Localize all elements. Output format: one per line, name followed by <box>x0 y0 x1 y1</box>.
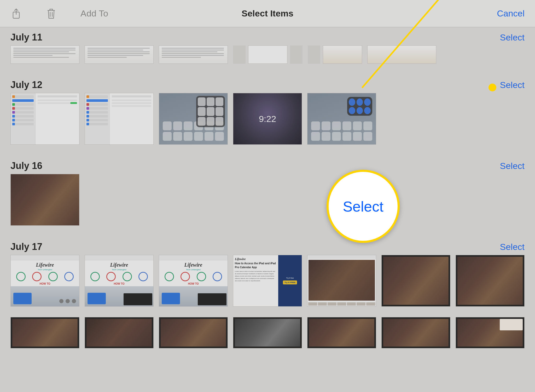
photo-thumbnail[interactable]: Lifewire How to Access the iPad and iPad… <box>233 255 302 307</box>
photo-thumbnail[interactable] <box>10 93 79 145</box>
annotation-dot <box>489 84 496 91</box>
photo-thumbnail[interactable] <box>233 45 303 64</box>
section-select-button[interactable]: Select <box>500 161 525 171</box>
lifewire-tagline: Tech Untangled <box>11 268 79 271</box>
section-date: July 11 <box>10 32 42 43</box>
section-header: July 17 Select <box>10 228 525 255</box>
photo-thumbnail[interactable] <box>10 45 79 64</box>
annotation-label: Select <box>343 198 383 215</box>
photo-thumbnail[interactable] <box>381 317 450 348</box>
content: July 11 Select July 12 Select <box>0 27 535 348</box>
photo-thumbnail[interactable] <box>307 93 376 145</box>
cancel-button[interactable]: Cancel <box>497 8 525 19</box>
toolbar: Add To Select Items Cancel <box>0 0 535 27</box>
lifewire-logo: Lifewire <box>11 260 79 270</box>
annotation-callout: Select <box>327 170 400 243</box>
thumb-row <box>10 174 525 226</box>
photo-thumbnail[interactable]: 9:22 <box>233 93 302 145</box>
thumb-row: 9:22 <box>10 93 525 145</box>
photo-thumbnail[interactable]: Lifewire Tech Untangled HOW TO <box>10 255 79 307</box>
section-date: July 12 <box>10 79 42 90</box>
section-select-button[interactable]: Select <box>500 80 525 90</box>
photo-thumbnail[interactable] <box>367 45 436 64</box>
photo-thumbnail[interactable]: Lifewire Tech Untangled HOW TO <box>85 255 154 307</box>
section-date: July 17 <box>10 241 42 252</box>
lockscreen-time: 9:22 <box>259 114 276 124</box>
section-select-button[interactable]: Select <box>500 242 525 252</box>
photo-thumbnail[interactable] <box>307 317 376 348</box>
section-header: July 11 Select <box>10 27 525 45</box>
add-to-button[interactable]: Add To <box>80 8 108 19</box>
photo-thumbnail[interactable] <box>307 255 376 307</box>
photo-thumbnail[interactable] <box>10 317 79 348</box>
photo-thumbnail[interactable] <box>85 45 154 64</box>
section-date: July 16 <box>10 160 42 171</box>
photo-thumbnail[interactable] <box>456 255 525 307</box>
thumb-row <box>10 317 525 348</box>
photo-thumbnail[interactable] <box>233 317 302 348</box>
section-select-button[interactable]: Select <box>500 32 525 43</box>
photo-thumbnail[interactable]: Lifewire Tech Untangled HOW TO <box>159 255 228 307</box>
photo-thumbnail[interactable] <box>85 317 154 348</box>
thumb-row: Lifewire Tech Untangled HOW TO Lifewire … <box>10 255 525 307</box>
share-icon[interactable] <box>10 8 22 19</box>
toolbar-left: Add To <box>10 8 108 19</box>
photo-thumbnail[interactable] <box>456 317 525 348</box>
photo-thumbnail[interactable] <box>10 174 79 226</box>
trash-icon[interactable] <box>45 8 57 19</box>
thumb-row <box>10 45 525 64</box>
section-header: July 12 Select <box>10 66 525 93</box>
try-free-badge: Try it FREE <box>283 280 297 284</box>
lifewire-howto: HOW TO <box>11 282 79 285</box>
page-title: Select Items <box>242 8 293 19</box>
photo-thumbnail[interactable] <box>159 93 228 145</box>
section-header: July 16 Select <box>10 147 525 174</box>
photo-thumbnail[interactable] <box>308 45 362 64</box>
photo-thumbnail[interactable] <box>159 45 228 64</box>
photo-thumbnail[interactable] <box>381 255 450 307</box>
photo-thumbnail[interactable] <box>85 93 154 145</box>
photo-thumbnail[interactable] <box>159 317 228 348</box>
